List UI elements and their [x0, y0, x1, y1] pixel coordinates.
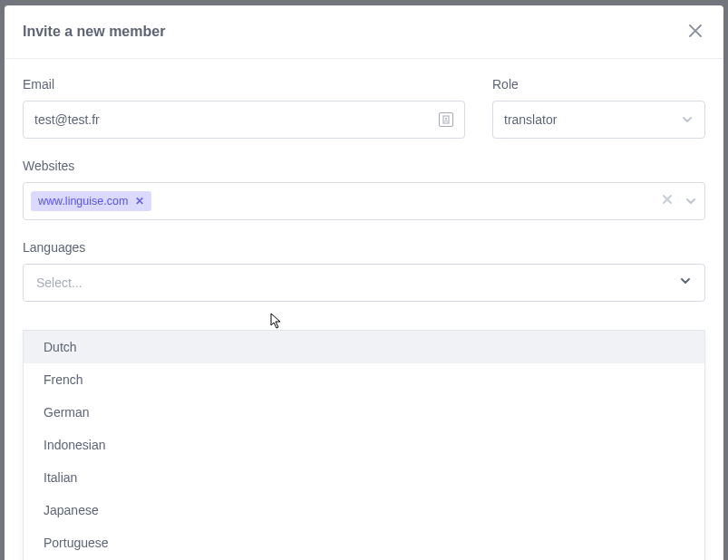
clear-websites-button[interactable] [661, 193, 674, 209]
language-option[interactable]: Portuguese [24, 526, 704, 559]
website-tag-label: www.linguise.com [38, 195, 128, 208]
email-label: Email [23, 77, 465, 92]
role-selected-value: translator [504, 112, 557, 127]
language-option[interactable]: Japanese [24, 494, 704, 526]
email-group: Email [23, 77, 465, 139]
role-select[interactable]: translator [492, 101, 705, 139]
tag-remove-button[interactable]: ✕ [135, 195, 144, 208]
svg-point-1 [445, 118, 447, 120]
websites-input[interactable]: www.linguise.com ✕ [23, 182, 705, 220]
invite-member-modal: Invite a new member Email Role translato… [5, 5, 723, 560]
language-option[interactable]: Italian [24, 461, 704, 494]
languages-placeholder: Select... [36, 275, 83, 290]
languages-dropdown[interactable]: DutchFrenchGermanIndonesianItalianJapane… [23, 330, 705, 560]
modal-header: Invite a new member [5, 5, 723, 59]
chevron-down-icon[interactable] [684, 195, 697, 208]
email-input[interactable] [34, 112, 439, 127]
chevron-down-icon [679, 275, 692, 291]
form-row-email-role: Email Role translator [23, 77, 705, 139]
modal-title: Invite a new member [23, 24, 165, 40]
languages-label: Languages [23, 240, 705, 255]
language-option[interactable]: German [24, 396, 704, 429]
chevron-down-icon [681, 113, 694, 126]
language-option[interactable]: French [24, 363, 704, 396]
close-button[interactable] [685, 20, 705, 43]
languages-group: Languages Select... [23, 240, 705, 302]
website-tag: www.linguise.com ✕ [31, 191, 151, 211]
modal-body: Email Role translator Webs [5, 59, 723, 560]
contact-card-icon [439, 112, 453, 127]
email-input-wrap[interactable] [23, 101, 465, 139]
role-group: Role translator [492, 77, 705, 139]
websites-group: Websites www.linguise.com ✕ [23, 159, 705, 220]
language-option[interactable]: Indonesian [24, 429, 704, 461]
languages-select[interactable]: Select... [23, 264, 705, 302]
language-option[interactable]: Dutch [24, 331, 704, 363]
close-icon [689, 24, 702, 37]
websites-input-actions [661, 193, 697, 209]
websites-label: Websites [23, 159, 705, 173]
role-label: Role [492, 77, 705, 92]
